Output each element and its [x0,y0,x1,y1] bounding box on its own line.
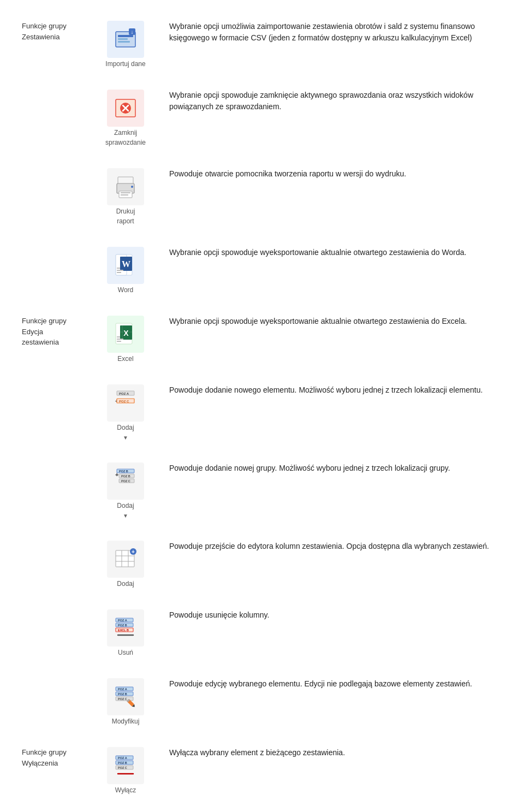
group-label-zestawienia: Funkcje grupy Zestawienia [22,16,93,42]
icon-col-wylacz: POZ A POZ B POZ C Wyłącz [93,743,158,796]
svg-point-15 [131,186,133,188]
left-label-empty-7 [22,536,93,541]
icon-box-drukuj[interactable]: Drukujraport [107,168,144,226]
svg-rect-21 [117,270,123,271]
columns-label: Dodaj [117,579,134,589]
row-drukuj: Drukujraport Powoduje otwarcie pomocnika… [22,164,502,227]
word-icon: W [107,247,144,284]
icon-col-drukuj: Drukujraport [93,164,158,227]
drukuj-label: Drukujraport [116,206,135,226]
modyfikuj-icon: POZ A POZ B POZ C [107,678,144,715]
add-elem-arrow: ▼ [123,434,128,442]
svg-text:POZ C: POZ C [121,479,130,483]
columns-icon: + [107,541,144,578]
wylacz-label: Wyłącz [115,785,136,795]
add-elem-icon: POZ A + POZ C [107,384,144,422]
excel-icon: X [107,316,144,353]
importuj-label: Importuj dane [105,59,145,69]
row-columns: + Dodaj Powoduje przejście do edytora ko… [22,536,502,590]
icon-col-usun: POZ A POZ B EXCL B Usuń [93,605,158,659]
icon-col-word: W Word [93,242,158,296]
icon-box-columns[interactable]: + Dodaj [107,541,144,589]
left-label-empty-8 [22,605,93,609]
svg-text:POZ B: POZ B [118,624,127,627]
icon-box-add-group[interactable]: + POZ B POZ B POZ C Dodaj ▼ [107,463,144,520]
svg-text:+: + [132,549,135,555]
svg-text:POZ A: POZ A [118,756,127,760]
importuj-icon: ↓ [107,21,144,58]
icon-box-usun[interactable]: POZ A POZ B EXCL B Usuń [107,609,144,657]
desc-wylacz: Wyłącza wybrany element z bieżącego zest… [158,743,502,763]
desc-usun: Powoduje usunięcie kolumny. [158,605,502,625]
add-group-label: Dodaj [117,501,134,511]
row-add-elem: POZ A + POZ C Dodaj ▼ Powoduje dodanie n… [22,380,502,443]
svg-rect-3 [118,41,130,43]
desc-add-elem: Powoduje dodanie nowego elementu. Możliw… [158,380,502,400]
zamknij-icon [107,90,144,127]
icon-box-modyfikuj[interactable]: POZ A POZ B POZ C Modyfikuj [107,678,144,726]
svg-rect-14 [121,194,128,195]
icon-box-importuj[interactable]: ↓ Importuj dane [105,21,145,69]
svg-text:POZ C: POZ C [119,400,129,403]
icon-box-zamknij[interactable]: Zamknijsprawozdanie [105,90,146,147]
icon-col-excel: X Excel [93,311,158,365]
usun-icon: POZ A POZ B EXCL B [107,609,144,647]
drukuj-icon [107,168,144,205]
left-label-empty-1 [22,85,93,90]
left-label-empty-9 [22,674,93,678]
left-label-empty-3 [22,242,93,247]
icon-col-zamknij: Zamknijsprawozdanie [93,85,158,149]
group-label-edycja: Funkcje grupy Edycja zestawienia [22,311,93,348]
svg-text:POZ A: POZ A [118,687,127,691]
row-excel: Funkcje grupy Edycja zestawienia X [22,311,502,365]
row-importuj: Funkcje grupy Zestawienia ↓ Importuj dan… [22,16,502,70]
icon-col-add-group: + POZ B POZ B POZ C Dodaj ▼ [93,458,158,521]
row-add-group: + POZ B POZ B POZ C Dodaj ▼ Powoduje dod [22,458,502,521]
desc-excel: Wybranie opcji spowoduje wyeksportowanie… [158,311,502,331]
svg-rect-26 [117,336,120,337]
left-label-empty-6 [22,458,93,463]
desc-zamknij: Wybranie opcji spowoduje zamknięcie akty… [158,85,502,117]
row-modyfikuj: POZ A POZ B POZ C Modyfikuj [22,674,502,727]
icon-box-excel[interactable]: X Excel [107,316,144,364]
desc-word: Wybranie opcji spowoduje wyeksportowanie… [158,242,502,263]
svg-rect-2 [118,38,128,40]
svg-text:EXCL B: EXCL B [118,629,129,632]
excel-label: Excel [117,354,133,364]
svg-rect-28 [117,341,121,342]
svg-text:POZ A: POZ A [119,392,129,395]
svg-text:POZ B: POZ B [121,475,130,478]
icon-col-modyfikuj: POZ A POZ B POZ C Modyfikuj [93,674,158,727]
svg-text:POZ B: POZ B [118,761,127,764]
wylacz-icon: POZ A POZ B POZ C [107,747,144,784]
desc-importuj: Wybranie opcji umożliwia zaimportowanie … [158,16,502,48]
desc-drukuj: Powoduje otwarcie pomocnika tworzenia ra… [158,164,502,184]
icon-box-add-elem[interactable]: POZ A + POZ C Dodaj ▼ [107,384,144,442]
word-label: Word [118,285,133,295]
desc-columns: Powoduje przejście do edytora kolumn zes… [158,536,502,556]
zamknij-label: Zamknijsprawozdanie [105,128,146,147]
row-wylacz: Funkcje grupy Wyłączenia POZ A POZ B POZ… [22,743,502,796]
icon-box-word[interactable]: W Word [107,247,144,295]
svg-text:POZ A: POZ A [118,619,127,622]
icon-box-wylacz[interactable]: POZ A POZ B POZ C Wyłącz [107,747,144,795]
row-word: W Word Wybranie opcji spowoduje wyekspor… [22,242,502,296]
usun-label: Usuń [118,648,133,657]
add-group-icon: + POZ B POZ B POZ C [107,463,144,500]
row-zamknij: Zamknijsprawozdanie Wybranie opcji spowo… [22,85,502,149]
svg-text:POZ B: POZ B [118,692,127,696]
group-label-wylaczenia: Funkcje grupy Wyłączenia [22,743,93,768]
left-label-empty-5 [22,380,93,384]
svg-text:POZ B: POZ B [119,470,128,473]
add-elem-label: Dodaj [117,423,134,432]
svg-text:POZ C: POZ C [118,697,127,701]
desc-add-group: Powoduje dodanie nowej grupy. Możliwość … [158,458,502,478]
svg-text:↓: ↓ [130,29,133,35]
icon-col-columns: + Dodaj [93,536,158,590]
modyfikuj-label: Modyfikuj [112,716,140,726]
svg-text:W: W [122,259,130,269]
icon-col-importuj: ↓ Importuj dane [93,16,158,70]
icon-col-add-elem: POZ A + POZ C Dodaj ▼ [93,380,158,443]
left-label-empty-2 [22,164,93,168]
svg-rect-22 [117,272,121,273]
